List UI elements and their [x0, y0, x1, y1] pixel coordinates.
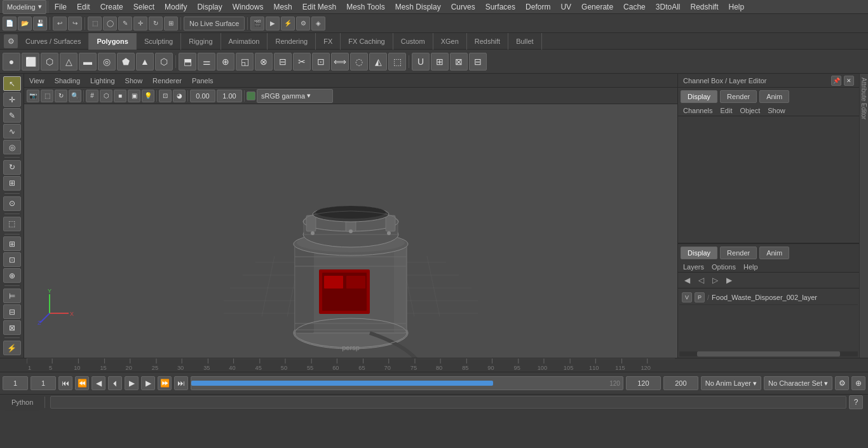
layer-next2-btn[interactable]: ▶	[722, 274, 735, 287]
menu-mesh[interactable]: Mesh	[268, 0, 297, 14]
shelf-triangulate[interactable]: ◭	[369, 53, 387, 71]
cb-menu-channels[interactable]: Channels	[683, 107, 712, 114]
layer-item[interactable]: V P / Food_Waste_Disposer_002_layer	[679, 290, 858, 305]
attr-editor-tab[interactable]: Attribute Editor	[860, 74, 868, 123]
shelf-insert-edge[interactable]: ⊟	[274, 53, 292, 71]
layer-next-btn[interactable]: ▷	[709, 274, 721, 287]
anim-prefs-btn[interactable]: ⚙	[835, 376, 849, 390]
menu-select[interactable]: Select	[128, 0, 159, 14]
vp-solid-btn[interactable]: ■	[114, 90, 126, 102]
menu-mesh-display[interactable]: Mesh Display	[390, 0, 446, 14]
move-tool[interactable]: ✛	[3, 92, 21, 107]
vp-smooth-shade[interactable]: ◕	[173, 90, 186, 102]
annotation-tool[interactable]: ⊟	[3, 304, 21, 319]
shelf-sphere[interactable]: ●	[3, 53, 20, 71]
lasso-select[interactable]: ∿	[3, 124, 21, 139]
new-file-btn[interactable]: 📄	[3, 17, 17, 31]
play-back-btn[interactable]: ⏴	[108, 376, 122, 390]
menu-windows[interactable]: Windows	[227, 0, 269, 14]
next-key-btn[interactable]: ⏩	[158, 376, 172, 390]
cb-tab-display[interactable]: Display	[681, 90, 717, 103]
menu-mesh-tools[interactable]: Mesh Tools	[341, 0, 390, 14]
layer-menu-help[interactable]: Help	[743, 263, 758, 271]
shelf-uv1[interactable]: U	[412, 53, 430, 71]
snap-point[interactable]: ⊕	[3, 268, 21, 283]
layer-tab-anim[interactable]: Anim	[759, 247, 789, 259]
rotate-btn[interactable]: ↻	[149, 17, 163, 31]
tab-rigging[interactable]: Rigging	[181, 33, 220, 50]
menu-edit-mesh[interactable]: Edit Mesh	[297, 0, 341, 14]
shelf-bridge[interactable]: ⚌	[198, 53, 215, 71]
frame-current-input[interactable]	[3, 376, 28, 390]
viewport-3d[interactable]: X Y Z persp	[24, 104, 677, 358]
cb-menu-object[interactable]: Object	[740, 107, 760, 114]
hypershade-btn[interactable]: ◈	[311, 17, 325, 31]
render-seq-btn[interactable]: ▶	[266, 17, 280, 31]
layer-vis-btn-p[interactable]: P	[695, 292, 705, 302]
tab-bullet[interactable]: Bullet	[508, 33, 542, 50]
menu-3dtoall[interactable]: 3DtoAll	[651, 0, 686, 14]
menu-help[interactable]: Help	[724, 0, 750, 14]
open-file-btn[interactable]: 📂	[18, 17, 32, 31]
redo-btn[interactable]: ↪	[68, 17, 82, 31]
command-input[interactable]	[50, 396, 846, 409]
lasso-btn[interactable]: ◯	[103, 17, 117, 31]
layer-menu-options[interactable]: Options	[712, 263, 736, 271]
rotation-input[interactable]	[190, 90, 215, 102]
paint-select[interactable]: ✎	[3, 108, 21, 123]
tab-curves-surfaces[interactable]: Curves / Surfaces	[18, 33, 89, 50]
select-by-component[interactable]: ⬚	[3, 217, 21, 231]
shelf-bevel[interactable]: ◱	[236, 53, 254, 71]
no-character-set-dropdown[interactable]: No Character Set ▾	[764, 376, 832, 390]
viewport-menu-renderer[interactable]: Renderer	[150, 77, 184, 85]
tab-custom[interactable]: Custom	[393, 33, 433, 50]
shelf-cone[interactable]: △	[60, 53, 78, 71]
anim-end-input[interactable]	[663, 376, 698, 390]
layer-scrollbar[interactable]	[679, 351, 858, 356]
goto-start-btn[interactable]: ⏮	[58, 376, 72, 390]
python-tab[interactable]: Python	[5, 395, 39, 411]
transform-btn[interactable]: ✛	[133, 17, 147, 31]
shelf-cylinder[interactable]: ⬡	[41, 53, 58, 71]
tab-polygons[interactable]: Polygons	[89, 33, 137, 50]
shelf-pyramid[interactable]: ▲	[136, 53, 154, 71]
settings-btn[interactable]: ⚙	[4, 34, 18, 48]
range-slider[interactable]: 120	[191, 376, 623, 390]
layer-prev2-btn[interactable]: ◁	[695, 274, 707, 287]
viewport-menu-lighting[interactable]: Lighting	[88, 77, 118, 85]
soft-select[interactable]: ◎	[3, 140, 21, 154]
shelf-smooth[interactable]: ◌	[350, 53, 368, 71]
vp-wireframe-btn[interactable]: ⬡	[100, 90, 112, 102]
shelf-pipe[interactable]: ⬡	[155, 53, 173, 71]
cb-tab-render[interactable]: Render	[720, 90, 757, 103]
shelf-fill-hole[interactable]: ⊡	[312, 53, 330, 71]
viewport-canvas[interactable]: X Y Z persp	[24, 104, 677, 358]
menu-cache[interactable]: Cache	[618, 0, 651, 14]
shelf-mirror[interactable]: ⟺	[331, 53, 349, 71]
vp-light-btn[interactable]: 💡	[142, 90, 154, 102]
anim-keying-btn[interactable]: ⊕	[851, 376, 865, 390]
shelf-split-poly[interactable]: ✂	[293, 53, 311, 71]
menu-redshift[interactable]: Redshift	[685, 0, 723, 14]
help-icon[interactable]: ?	[849, 395, 863, 409]
menu-curves[interactable]: Curves	[446, 0, 480, 14]
frame-max-input[interactable]	[626, 376, 661, 390]
layer-menu-layers[interactable]: Layers	[683, 263, 704, 271]
viewport-menu-panels[interactable]: Panels	[189, 77, 216, 85]
tab-rendering[interactable]: Rendering	[268, 33, 316, 50]
tab-animation[interactable]: Animation	[221, 33, 268, 50]
prev-frame-btn[interactable]: ◀	[92, 376, 105, 390]
cb-tab-anim[interactable]: Anim	[759, 90, 789, 103]
undo-btn[interactable]: ↩	[53, 17, 67, 31]
scale-btn[interactable]: ⊞	[164, 17, 178, 31]
rotate-tool-left[interactable]: ↻	[3, 160, 21, 175]
mode-dropdown[interactable]: Modeling ▾	[3, 0, 46, 14]
menu-uv[interactable]: UV	[555, 0, 576, 14]
srgb-dropdown[interactable]: sRGB gamma ▾	[257, 89, 333, 103]
shelf-plane[interactable]: ▬	[79, 53, 97, 71]
save-file-btn[interactable]: 💾	[33, 17, 47, 31]
paint-btn[interactable]: ✎	[118, 17, 132, 31]
select-tool-left[interactable]: ↖	[3, 76, 21, 91]
shelf-extrude[interactable]: ⬒	[179, 53, 196, 71]
goto-end-btn[interactable]: ⏭	[174, 376, 188, 390]
